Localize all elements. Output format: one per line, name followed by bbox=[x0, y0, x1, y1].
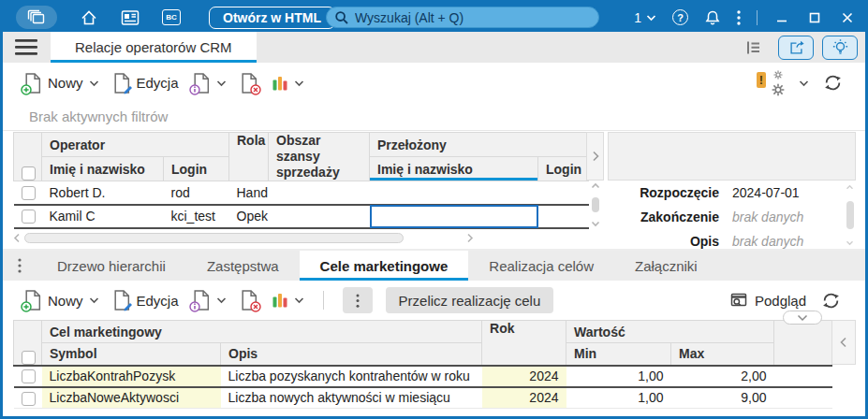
cell-max[interactable]: 9,00 bbox=[671, 387, 774, 409]
column-przelozony[interactable]: Przełożony bbox=[370, 133, 589, 157]
app-layers-icon[interactable] bbox=[16, 6, 57, 29]
refresh-icon[interactable] bbox=[821, 291, 841, 311]
cell-obszar[interactable] bbox=[269, 181, 370, 205]
info-document-button[interactable] bbox=[192, 290, 227, 311]
expand-columns-chevron[interactable] bbox=[586, 132, 604, 181]
page-structure-icon[interactable] bbox=[745, 39, 762, 56]
cell-sup-login[interactable] bbox=[538, 181, 589, 205]
select-all-checkbox[interactable] bbox=[22, 351, 36, 365]
column-cel-marketingowy[interactable]: Cel marketingowy bbox=[42, 321, 482, 343]
maximize-button[interactable] bbox=[806, 9, 823, 26]
minimize-button[interactable] bbox=[773, 9, 790, 26]
cell-rok[interactable]: 2024 bbox=[482, 366, 566, 387]
cell-name[interactable]: Kamil C bbox=[42, 205, 164, 228]
collapse-columns-chevron[interactable] bbox=[831, 320, 856, 365]
field-value[interactable]: 2024-07-01 bbox=[732, 185, 856, 200]
column-symbol[interactable]: Symbol bbox=[42, 343, 221, 366]
preview-button[interactable]: Podgląd bbox=[730, 293, 806, 309]
bc-icon[interactable]: BC bbox=[162, 9, 181, 25]
field-value[interactable]: brak danych bbox=[732, 234, 856, 249]
more-options-icon[interactable] bbox=[737, 10, 741, 25]
recalc-goal-button[interactable]: Przelicz realizację celu bbox=[386, 287, 554, 313]
tab-zastepstwa[interactable]: Zastępstwa bbox=[186, 251, 300, 281]
row-checkbox[interactable] bbox=[22, 369, 36, 383]
info-document-button[interactable] bbox=[192, 73, 227, 94]
details-panel-scrollbar[interactable] bbox=[844, 184, 856, 246]
tab-relacje-operatorow-crm[interactable]: Relacje operatorów CRM bbox=[51, 32, 257, 63]
delete-document-button[interactable] bbox=[240, 73, 258, 94]
column-login[interactable]: Login bbox=[164, 157, 229, 181]
new-button[interactable]: Nowy bbox=[23, 73, 99, 94]
cell-name[interactable]: Robert D. bbox=[42, 181, 164, 205]
new-button-label: Nowy bbox=[48, 293, 83, 309]
warnings-gear-icon[interactable]: ! bbox=[757, 72, 785, 94]
chart-button[interactable] bbox=[272, 75, 304, 92]
tab-options-dots-icon[interactable] bbox=[18, 258, 22, 273]
cell-sup-name-focused[interactable] bbox=[370, 205, 538, 228]
operators-horizontal-scrollbar[interactable] bbox=[13, 232, 474, 244]
cell-sup-login[interactable] bbox=[538, 205, 589, 228]
lightbulb-icon bbox=[831, 38, 849, 56]
column-rola[interactable]: Rola bbox=[229, 133, 269, 181]
column-obszar-szansy[interactable]: Obszar szansy sprzedaży bbox=[269, 133, 370, 181]
new-button[interactable]: Nowy bbox=[23, 290, 99, 311]
column-opis[interactable]: Opis bbox=[221, 343, 482, 366]
cell-rola[interactable]: Hand bbox=[229, 181, 269, 205]
row-checkbox[interactable] bbox=[22, 210, 36, 224]
close-button[interactable] bbox=[839, 9, 856, 26]
select-all-checkbox[interactable] bbox=[22, 166, 36, 181]
column-operator[interactable]: Operator bbox=[42, 133, 229, 157]
scrollbar-thumb[interactable] bbox=[846, 201, 854, 229]
cell-sup-name[interactable] bbox=[370, 181, 538, 205]
column-max[interactable]: Max bbox=[671, 343, 774, 366]
chart-button[interactable] bbox=[272, 292, 304, 309]
cell-symbol[interactable]: LiczbaNoweAktywosci bbox=[42, 387, 221, 409]
edit-button[interactable]: Edycja bbox=[112, 73, 179, 94]
more-actions-button[interactable] bbox=[343, 287, 373, 313]
cell-login[interactable]: kci_test bbox=[164, 205, 229, 228]
open-in-html-button[interactable]: Otwórz w HTML bbox=[209, 7, 335, 29]
tab-cele-marketingowe[interactable]: Cele marketingowe bbox=[300, 251, 469, 281]
share-button[interactable] bbox=[778, 36, 814, 60]
edit-button[interactable]: Edycja bbox=[112, 290, 179, 311]
row-checkbox[interactable] bbox=[22, 392, 36, 406]
profile-count-dropdown[interactable]: 1 bbox=[634, 10, 656, 25]
delete-document-button[interactable] bbox=[240, 290, 258, 311]
operators-vertical-scrollbar[interactable] bbox=[586, 181, 604, 229]
cell-rok[interactable]: 2024 bbox=[482, 387, 566, 409]
field-value[interactable]: brak danych bbox=[732, 210, 856, 224]
menu-hamburger-icon[interactable] bbox=[15, 39, 37, 55]
news-icon[interactable] bbox=[121, 9, 140, 26]
cell-login[interactable]: rod bbox=[164, 181, 229, 205]
search-input[interactable] bbox=[326, 7, 599, 28]
tab-zalaczniki[interactable]: Załączniki bbox=[614, 251, 718, 281]
tip-of-day-button[interactable] bbox=[822, 36, 858, 60]
cell-obszar[interactable] bbox=[269, 205, 370, 228]
notifications-bell-icon[interactable] bbox=[704, 9, 721, 26]
cell-min[interactable]: 1,00 bbox=[566, 366, 671, 387]
scrollbar-thumb[interactable] bbox=[24, 233, 404, 243]
help-icon[interactable]: ? bbox=[672, 9, 688, 25]
scroll-right-icon bbox=[466, 233, 474, 243]
chevron-down-icon[interactable] bbox=[799, 79, 809, 87]
column-przelozony-login[interactable]: Login bbox=[538, 157, 589, 181]
column-min[interactable]: Min bbox=[566, 343, 671, 366]
cell-opis[interactable]: Liczba nowych aktywności w miesiącu bbox=[221, 387, 482, 409]
tab-realizacja-celow[interactable]: Realizacja celów bbox=[468, 251, 614, 281]
column-imie-nazwisko[interactable]: Imię i nazwisko bbox=[42, 157, 164, 181]
cell-symbol[interactable]: LiczbaKontrahPozysk bbox=[42, 366, 221, 387]
refresh-icon[interactable] bbox=[823, 73, 843, 93]
cell-opis[interactable]: Liczba pozyskanych kontrahentów w roku bbox=[221, 366, 482, 387]
edit-document-icon bbox=[112, 290, 131, 311]
cell-rola[interactable]: Opek bbox=[229, 205, 269, 228]
column-rok[interactable]: Rok bbox=[482, 321, 566, 366]
cell-max[interactable]: 2,00 bbox=[671, 366, 774, 387]
tab-drzewo-hierarchii[interactable]: Drzewo hierarchii bbox=[37, 251, 186, 281]
cell-min[interactable]: 1,00 bbox=[566, 387, 671, 409]
row-checkbox[interactable] bbox=[22, 186, 36, 200]
column-przelozony-imie-nazwisko[interactable]: Imię i nazwisko bbox=[370, 157, 538, 181]
scrollbar-thumb[interactable] bbox=[592, 197, 599, 212]
column-wartosc[interactable]: Wartość bbox=[566, 321, 774, 343]
collapse-panel-pill[interactable] bbox=[783, 311, 822, 325]
home-icon[interactable] bbox=[80, 8, 98, 27]
